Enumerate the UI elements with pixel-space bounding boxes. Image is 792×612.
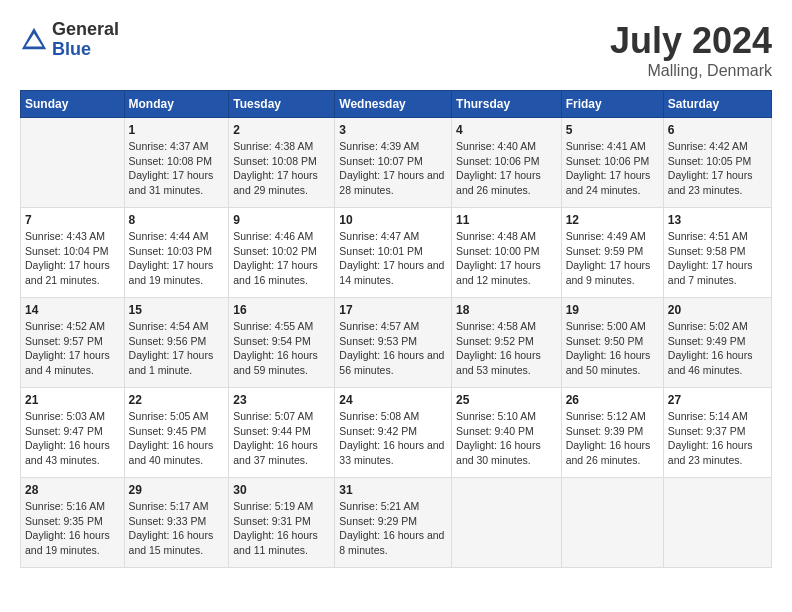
day-info: Sunrise: 4:40 AMSunset: 10:06 PMDaylight… xyxy=(456,139,557,198)
day-number: 25 xyxy=(456,393,557,407)
calendar-cell: 16Sunrise: 4:55 AMSunset: 9:54 PMDayligh… xyxy=(229,298,335,388)
day-info: Sunrise: 4:58 AMSunset: 9:52 PMDaylight:… xyxy=(456,319,557,378)
day-number: 3 xyxy=(339,123,447,137)
day-number: 9 xyxy=(233,213,330,227)
calendar-cell: 2Sunrise: 4:38 AMSunset: 10:08 PMDayligh… xyxy=(229,118,335,208)
title-block: July 2024 Malling, Denmark xyxy=(610,20,772,80)
calendar-cell: 22Sunrise: 5:05 AMSunset: 9:45 PMDayligh… xyxy=(124,388,229,478)
logo-text: General Blue xyxy=(52,20,119,60)
day-info: Sunrise: 4:38 AMSunset: 10:08 PMDaylight… xyxy=(233,139,330,198)
day-number: 8 xyxy=(129,213,225,227)
weekday-header-saturday: Saturday xyxy=(663,91,771,118)
calendar-cell: 21Sunrise: 5:03 AMSunset: 9:47 PMDayligh… xyxy=(21,388,125,478)
day-number: 29 xyxy=(129,483,225,497)
day-number: 18 xyxy=(456,303,557,317)
day-number: 22 xyxy=(129,393,225,407)
calendar-cell: 27Sunrise: 5:14 AMSunset: 9:37 PMDayligh… xyxy=(663,388,771,478)
day-info: Sunrise: 5:21 AMSunset: 9:29 PMDaylight:… xyxy=(339,499,447,558)
day-info: Sunrise: 4:41 AMSunset: 10:06 PMDaylight… xyxy=(566,139,659,198)
day-number: 21 xyxy=(25,393,120,407)
calendar-cell: 3Sunrise: 4:39 AMSunset: 10:07 PMDayligh… xyxy=(335,118,452,208)
calendar-cell: 24Sunrise: 5:08 AMSunset: 9:42 PMDayligh… xyxy=(335,388,452,478)
weekday-header-friday: Friday xyxy=(561,91,663,118)
day-number: 5 xyxy=(566,123,659,137)
day-number: 31 xyxy=(339,483,447,497)
day-number: 11 xyxy=(456,213,557,227)
calendar-cell: 11Sunrise: 4:48 AMSunset: 10:00 PMDaylig… xyxy=(452,208,562,298)
calendar-cell xyxy=(21,118,125,208)
day-info: Sunrise: 4:55 AMSunset: 9:54 PMDaylight:… xyxy=(233,319,330,378)
day-info: Sunrise: 4:39 AMSunset: 10:07 PMDaylight… xyxy=(339,139,447,198)
day-info: Sunrise: 4:47 AMSunset: 10:01 PMDaylight… xyxy=(339,229,447,288)
day-number: 2 xyxy=(233,123,330,137)
day-number: 27 xyxy=(668,393,767,407)
calendar-cell: 10Sunrise: 4:47 AMSunset: 10:01 PMDaylig… xyxy=(335,208,452,298)
calendar-table: SundayMondayTuesdayWednesdayThursdayFrid… xyxy=(20,90,772,568)
calendar-week-row: 14Sunrise: 4:52 AMSunset: 9:57 PMDayligh… xyxy=(21,298,772,388)
day-number: 14 xyxy=(25,303,120,317)
calendar-week-row: 28Sunrise: 5:16 AMSunset: 9:35 PMDayligh… xyxy=(21,478,772,568)
day-info: Sunrise: 4:57 AMSunset: 9:53 PMDaylight:… xyxy=(339,319,447,378)
day-number: 20 xyxy=(668,303,767,317)
calendar-week-row: 7Sunrise: 4:43 AMSunset: 10:04 PMDayligh… xyxy=(21,208,772,298)
page-header: General Blue July 2024 Malling, Denmark xyxy=(20,20,772,80)
day-number: 4 xyxy=(456,123,557,137)
calendar-cell: 26Sunrise: 5:12 AMSunset: 9:39 PMDayligh… xyxy=(561,388,663,478)
weekday-header-row: SundayMondayTuesdayWednesdayThursdayFrid… xyxy=(21,91,772,118)
location-text: Malling, Denmark xyxy=(610,62,772,80)
calendar-cell: 18Sunrise: 4:58 AMSunset: 9:52 PMDayligh… xyxy=(452,298,562,388)
day-number: 19 xyxy=(566,303,659,317)
calendar-cell: 20Sunrise: 5:02 AMSunset: 9:49 PMDayligh… xyxy=(663,298,771,388)
day-info: Sunrise: 4:43 AMSunset: 10:04 PMDaylight… xyxy=(25,229,120,288)
day-number: 12 xyxy=(566,213,659,227)
day-info: Sunrise: 5:03 AMSunset: 9:47 PMDaylight:… xyxy=(25,409,120,468)
day-info: Sunrise: 5:19 AMSunset: 9:31 PMDaylight:… xyxy=(233,499,330,558)
month-title: July 2024 xyxy=(610,20,772,62)
day-number: 24 xyxy=(339,393,447,407)
weekday-header-tuesday: Tuesday xyxy=(229,91,335,118)
calendar-cell: 15Sunrise: 4:54 AMSunset: 9:56 PMDayligh… xyxy=(124,298,229,388)
calendar-cell: 23Sunrise: 5:07 AMSunset: 9:44 PMDayligh… xyxy=(229,388,335,478)
day-info: Sunrise: 4:46 AMSunset: 10:02 PMDaylight… xyxy=(233,229,330,288)
day-info: Sunrise: 5:05 AMSunset: 9:45 PMDaylight:… xyxy=(129,409,225,468)
day-number: 16 xyxy=(233,303,330,317)
day-info: Sunrise: 5:16 AMSunset: 9:35 PMDaylight:… xyxy=(25,499,120,558)
day-number: 1 xyxy=(129,123,225,137)
logo: General Blue xyxy=(20,20,119,60)
day-info: Sunrise: 5:02 AMSunset: 9:49 PMDaylight:… xyxy=(668,319,767,378)
calendar-week-row: 21Sunrise: 5:03 AMSunset: 9:47 PMDayligh… xyxy=(21,388,772,478)
calendar-cell: 29Sunrise: 5:17 AMSunset: 9:33 PMDayligh… xyxy=(124,478,229,568)
calendar-week-row: 1Sunrise: 4:37 AMSunset: 10:08 PMDayligh… xyxy=(21,118,772,208)
day-info: Sunrise: 5:07 AMSunset: 9:44 PMDaylight:… xyxy=(233,409,330,468)
calendar-cell: 31Sunrise: 5:21 AMSunset: 9:29 PMDayligh… xyxy=(335,478,452,568)
day-number: 30 xyxy=(233,483,330,497)
day-info: Sunrise: 5:10 AMSunset: 9:40 PMDaylight:… xyxy=(456,409,557,468)
day-info: Sunrise: 5:08 AMSunset: 9:42 PMDaylight:… xyxy=(339,409,447,468)
day-number: 26 xyxy=(566,393,659,407)
day-number: 23 xyxy=(233,393,330,407)
day-info: Sunrise: 4:44 AMSunset: 10:03 PMDaylight… xyxy=(129,229,225,288)
calendar-cell: 19Sunrise: 5:00 AMSunset: 9:50 PMDayligh… xyxy=(561,298,663,388)
calendar-cell: 28Sunrise: 5:16 AMSunset: 9:35 PMDayligh… xyxy=(21,478,125,568)
calendar-cell xyxy=(663,478,771,568)
day-number: 6 xyxy=(668,123,767,137)
logo-general-text: General xyxy=(52,20,119,40)
calendar-cell: 14Sunrise: 4:52 AMSunset: 9:57 PMDayligh… xyxy=(21,298,125,388)
calendar-cell xyxy=(452,478,562,568)
day-number: 13 xyxy=(668,213,767,227)
calendar-cell: 30Sunrise: 5:19 AMSunset: 9:31 PMDayligh… xyxy=(229,478,335,568)
day-info: Sunrise: 4:51 AMSunset: 9:58 PMDaylight:… xyxy=(668,229,767,288)
weekday-header-wednesday: Wednesday xyxy=(335,91,452,118)
calendar-cell: 17Sunrise: 4:57 AMSunset: 9:53 PMDayligh… xyxy=(335,298,452,388)
calendar-cell xyxy=(561,478,663,568)
day-info: Sunrise: 5:17 AMSunset: 9:33 PMDaylight:… xyxy=(129,499,225,558)
calendar-cell: 8Sunrise: 4:44 AMSunset: 10:03 PMDayligh… xyxy=(124,208,229,298)
calendar-cell: 6Sunrise: 4:42 AMSunset: 10:05 PMDayligh… xyxy=(663,118,771,208)
day-number: 17 xyxy=(339,303,447,317)
calendar-cell: 7Sunrise: 4:43 AMSunset: 10:04 PMDayligh… xyxy=(21,208,125,298)
calendar-cell: 5Sunrise: 4:41 AMSunset: 10:06 PMDayligh… xyxy=(561,118,663,208)
calendar-cell: 1Sunrise: 4:37 AMSunset: 10:08 PMDayligh… xyxy=(124,118,229,208)
weekday-header-sunday: Sunday xyxy=(21,91,125,118)
day-info: Sunrise: 4:54 AMSunset: 9:56 PMDaylight:… xyxy=(129,319,225,378)
weekday-header-monday: Monday xyxy=(124,91,229,118)
